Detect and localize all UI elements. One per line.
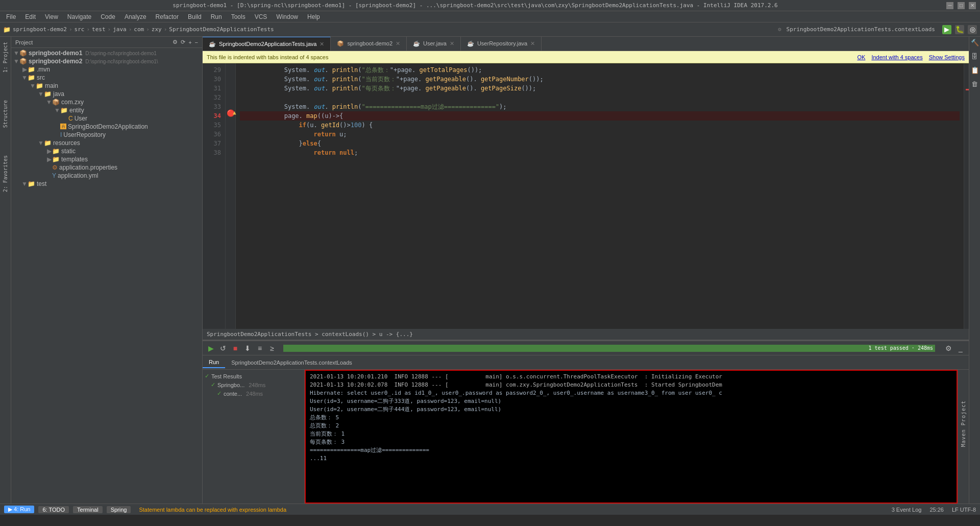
- nav-com[interactable]: com: [134, 26, 144, 33]
- window-title: springboot-demo1 - [D:\spring-ncl\spring…: [4, 2, 946, 9]
- nav-module[interactable]: springboot-demo2: [13, 26, 67, 33]
- tree-label: resources: [53, 139, 80, 147]
- menu-window[interactable]: Window: [272, 12, 302, 21]
- spring-btn[interactable]: Spring: [107, 506, 131, 513]
- run-status-btn[interactable]: ▶ 4: Run: [4, 506, 34, 513]
- tree-item-user[interactable]: C User: [11, 114, 202, 123]
- tree-item-demo2[interactable]: ▼ 📦 springboot-demo2 D:\spring-ncl\sprin…: [11, 57, 202, 65]
- menu-refactor[interactable]: Refactor: [152, 12, 183, 21]
- tab-close-icon[interactable]: ✕: [450, 40, 454, 47]
- maven-label[interactable]: Maven Project: [961, 400, 966, 447]
- run-button[interactable]: ▶: [942, 25, 951, 34]
- debug-button[interactable]: 🐛: [955, 25, 964, 34]
- class-icon: 🅰: [60, 123, 66, 130]
- run-step-button[interactable]: ⬇: [242, 343, 253, 353]
- tab-close-icon[interactable]: ✕: [320, 41, 324, 47]
- menu-code[interactable]: Code: [96, 12, 119, 21]
- minimize-button[interactable]: ─: [946, 2, 953, 9]
- sidebar-tab-structure[interactable]: Structure: [2, 97, 9, 131]
- tab-user[interactable]: ☕ User.java ✕: [407, 37, 461, 51]
- tab-close-icon[interactable]: ✕: [396, 40, 400, 47]
- console-line: Hibernate: select user0_.id as id1_0_, u…: [310, 389, 952, 397]
- ok-link[interactable]: OK: [857, 54, 865, 60]
- run-settings-button[interactable]: ⚙: [943, 343, 953, 353]
- tree-label: application.yml: [58, 172, 98, 179]
- tree-item-mvn[interactable]: ▶ 📁 .mvn: [11, 65, 202, 74]
- tree-item-test[interactable]: ▼ 📁 test: [11, 180, 202, 188]
- close-button[interactable]: ✕: [969, 2, 976, 9]
- run-rerun-button[interactable]: ↺: [218, 343, 228, 353]
- terminal-btn[interactable]: Terminal: [73, 506, 103, 513]
- menu-file[interactable]: File: [2, 12, 20, 21]
- maximize-button[interactable]: □: [958, 2, 965, 9]
- project-settings-icon[interactable]: ⚙: [173, 39, 178, 45]
- tree-item-resources[interactable]: ▼ 📁 resources: [11, 139, 202, 147]
- nav-test[interactable]: test: [92, 26, 106, 33]
- nav-java[interactable]: java: [113, 26, 127, 33]
- tree-item-app-properties[interactable]: ⚙ application.properties: [11, 163, 202, 172]
- tree-item-static[interactable]: ▶ 📁 static: [11, 147, 202, 155]
- warn-gutter-icon: ▲: [233, 109, 236, 116]
- progress-text: 1 test passed · 248ms: [869, 345, 933, 352]
- tab-demo2[interactable]: 📦 springboot-demo2 ✕: [331, 37, 407, 51]
- line-num: 36: [203, 130, 221, 139]
- tree-item-springboot-app[interactable]: 🅰 SpringBootDemo2Application: [11, 123, 202, 131]
- run-play-button[interactable]: ▶: [206, 343, 216, 353]
- project-expand-icon[interactable]: +: [188, 39, 191, 45]
- nav-class[interactable]: SpringbootDemo2ApplicationTests: [169, 26, 274, 33]
- nav-src[interactable]: src: [75, 26, 85, 33]
- structure-sidebar: 1: Project Structure 2: Favorites: [0, 37, 11, 504]
- coverage-button[interactable]: ◎: [968, 25, 977, 34]
- test-output-panel[interactable]: 2021-01-13 10:20:01.210 INFO 12888 --- […: [305, 370, 958, 504]
- copy-icon[interactable]: 📋: [971, 66, 979, 74]
- project-collapse-icon[interactable]: −: [195, 39, 198, 45]
- menu-edit[interactable]: Edit: [21, 12, 40, 21]
- window-controls: ─ □ ✕: [946, 2, 976, 9]
- todo-btn[interactable]: 6: TODO: [38, 506, 69, 513]
- run-config-label[interactable]: SpringbootDemo2ApplicationTests.contextL…: [787, 26, 935, 33]
- tree-item-entity[interactable]: ▼ 📁 entity: [11, 106, 202, 114]
- run-sort-button[interactable]: ≡: [255, 343, 265, 353]
- menu-help[interactable]: Help: [303, 12, 324, 21]
- project-sync-icon[interactable]: ⟳: [181, 39, 185, 45]
- run-filter-button[interactable]: ≥: [267, 343, 277, 353]
- tree-item-app-yml[interactable]: Y application.yml: [11, 172, 202, 180]
- test-conte-item[interactable]: ✓ conte... 248ms: [205, 389, 302, 398]
- sidebar-tab-favorites[interactable]: 2: Favorites: [2, 152, 9, 195]
- run-stop-button[interactable]: ■: [230, 343, 240, 353]
- build-icon[interactable]: 🔨: [971, 39, 979, 46]
- menu-view[interactable]: View: [41, 12, 62, 21]
- menu-tools[interactable]: Tools: [227, 12, 250, 21]
- event-log-label[interactable]: 3 Event Log: [892, 507, 922, 513]
- tree-item-demo1[interactable]: ▼ 📦 springboot-demo1 D:\spring-ncl\sprin…: [11, 49, 202, 57]
- tree-item-userrepo[interactable]: I UserRepository: [11, 131, 202, 139]
- run-minimize-button[interactable]: _: [955, 343, 966, 353]
- indent-link[interactable]: Indent with 4 spaces: [871, 54, 922, 60]
- delete-icon[interactable]: 🗑: [971, 80, 978, 88]
- sidebar-tab-project[interactable]: 1: Project: [2, 39, 9, 76]
- tree-item-main[interactable]: ▼ 📁 main: [11, 82, 202, 90]
- test-results-item[interactable]: ✓ Test Results: [205, 372, 302, 380]
- tree-item-java[interactable]: ▼ 📁 java: [11, 90, 202, 98]
- menu-vcs[interactable]: VCS: [251, 12, 272, 21]
- bottom-tab-test-context[interactable]: SpringbootDemo2ApplicationTests.contextL…: [225, 357, 358, 368]
- test-springboot-item[interactable]: ✓ Springbo... 248ms: [205, 380, 302, 389]
- menu-run[interactable]: Run: [207, 12, 226, 21]
- show-settings-link[interactable]: Show Settings: [929, 54, 965, 60]
- tree-item-templates[interactable]: ▶ 📁 templates: [11, 155, 202, 163]
- tab-springboot-tests[interactable]: ☕ SpringbootDemo2ApplicationTests.java ✕: [203, 37, 331, 51]
- run-toolbar: ▶ ↺ ■ ⬇ ≡ ≥ 1 test passed · 248ms ⚙ _: [203, 341, 969, 355]
- menu-analyze[interactable]: Analyze: [120, 12, 151, 21]
- nav-zxy[interactable]: zxy: [152, 26, 162, 33]
- menu-navigate[interactable]: Navigate: [63, 12, 95, 21]
- test-time: 248ms: [249, 382, 265, 388]
- tree-item-src[interactable]: ▼ 📁 src: [11, 74, 202, 82]
- tab-userrepo[interactable]: ☕ UserRepository.java ✕: [461, 37, 542, 51]
- database-icon[interactable]: 🗄: [971, 53, 978, 60]
- bottom-tab-run[interactable]: Run: [203, 357, 225, 368]
- code-editor[interactable]: System. out. println("总条数："+page. getTot…: [236, 63, 964, 329]
- tree-item-com-zxy[interactable]: ▼ 📦 com.zxy: [11, 98, 202, 106]
- tab-label: SpringbootDemo2ApplicationTests.java: [219, 41, 316, 47]
- menu-build[interactable]: Build: [184, 12, 206, 21]
- tab-close-icon[interactable]: ✕: [530, 40, 535, 47]
